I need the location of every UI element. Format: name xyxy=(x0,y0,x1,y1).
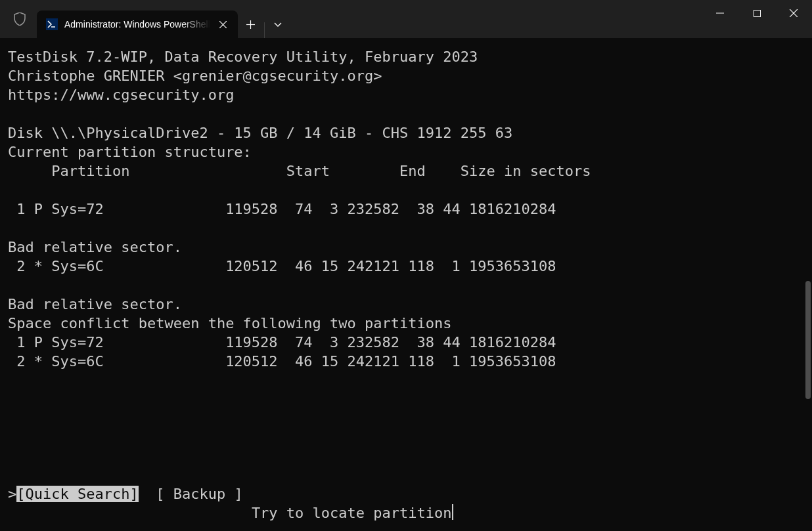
shield-icon xyxy=(5,0,34,38)
tab-title: Administrator: Windows PowerShell xyxy=(64,19,210,30)
cursor xyxy=(452,504,453,520)
menu-gap xyxy=(139,486,156,502)
menu-prefix: > xyxy=(8,486,16,502)
menu-quick-search[interactable]: [Quick Search] xyxy=(16,486,138,502)
new-tab-button[interactable] xyxy=(238,11,264,38)
hint-text: Try to locate partition xyxy=(252,505,452,521)
tab-powershell[interactable]: Administrator: Windows PowerShell xyxy=(37,11,238,38)
minimize-button[interactable] xyxy=(702,0,738,26)
svg-rect-7 xyxy=(754,10,760,16)
window-titlebar: Administrator: Windows PowerShell xyxy=(0,0,812,38)
output-block: TestDisk 7.2-WIP, Data Recovery Utility,… xyxy=(8,49,591,370)
tab-strip: Administrator: Windows PowerShell xyxy=(0,0,291,38)
close-window-button[interactable] xyxy=(775,0,812,26)
scrollbar-thumb[interactable] xyxy=(805,281,811,399)
terminal-output[interactable]: TestDisk 7.2-WIP, Data Recovery Utility,… xyxy=(0,38,812,531)
tab-close-button[interactable] xyxy=(217,18,230,31)
hint-row: Try to locate partition xyxy=(8,503,812,522)
powershell-icon xyxy=(46,18,58,30)
menu-row: >[Quick Search] [ Backup ] xyxy=(8,484,243,503)
tab-dropdown-button[interactable] xyxy=(265,11,291,38)
menu-backup[interactable]: [ Backup ] xyxy=(156,486,242,502)
hint-indent xyxy=(8,505,252,521)
maximize-button[interactable] xyxy=(738,0,775,26)
window-controls xyxy=(702,0,812,26)
